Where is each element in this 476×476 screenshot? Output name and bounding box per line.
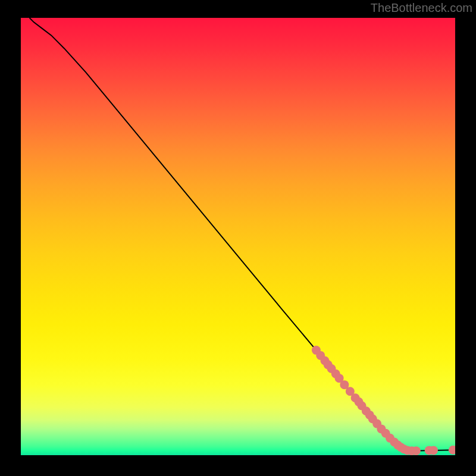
marker-group <box>312 346 455 455</box>
bottleneck-curve <box>30 18 455 451</box>
chart-plot-area <box>21 18 455 455</box>
data-marker <box>429 446 438 455</box>
data-marker <box>449 446 455 455</box>
data-marker <box>412 446 421 455</box>
watermark-text: TheBottleneck.com <box>371 1 472 15</box>
chart-svg <box>21 18 455 455</box>
